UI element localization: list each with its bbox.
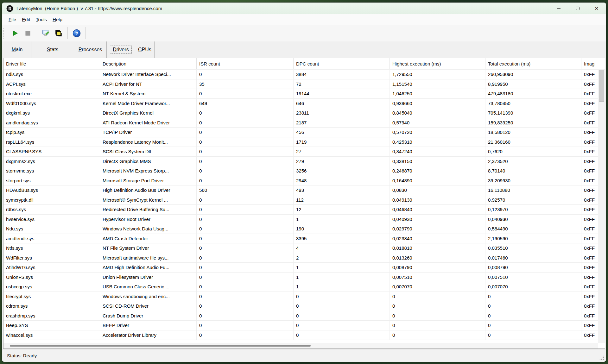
start-monitor-button[interactable]	[9, 27, 22, 40]
table-row[interactable]: tcpip.sys TCP/IP Driver 0 456 0,570720 1…	[3, 128, 605, 137]
cell-total-execution: 159,839250	[485, 118, 581, 128]
menu-item[interactable]: Help	[50, 16, 65, 23]
cell-driver-file: symcryptk.dll	[3, 195, 100, 205]
cell-driver-file: Wdf01000.sys	[3, 99, 100, 108]
table-row[interactable]: storport.sys Microsoft Storage Port Driv…	[3, 176, 605, 186]
cell-total-execution: 0,017460	[485, 253, 581, 263]
tab[interactable]: Drivers	[107, 41, 135, 58]
table-row[interactable]: Ndu.sys Windows Network Data Usag... 0 1…	[3, 224, 605, 234]
vertical-scrollbar-thumb[interactable]	[599, 70, 604, 102]
table-row[interactable]: filecrypt.sys Windows sandboxing and enc…	[3, 292, 605, 302]
cell-description: Accelerator Driver Library	[100, 330, 197, 340]
cell-total-execution: 0	[485, 301, 581, 311]
cell-highest-execution: 0,007510	[390, 273, 485, 282]
table-row[interactable]: amdfendr.sys AMD Crash Defender 0 3395 0…	[3, 234, 605, 244]
cell-description: Network Driver Interface Speci...	[100, 70, 197, 79]
cell-description: Microsoft Storage Port Driver	[100, 176, 197, 185]
tab[interactable]: Processes	[74, 41, 107, 58]
horizontal-scrollbar-thumb[interactable]	[10, 345, 311, 347]
table-row[interactable]: Beep.SYS BEEP Driver 0 0 0 0 0xFF	[3, 321, 605, 330]
cell-dpc-count: 23811	[294, 108, 390, 118]
cell-total-execution: 2,373520	[485, 157, 581, 166]
cell-description: AMD Crash Defender	[100, 234, 197, 243]
cell-isr-count: 0	[197, 243, 294, 253]
table-row[interactable]: ACPI.sys ACPI Driver for NT 35 72 1,1515…	[3, 79, 605, 89]
cell-total-execution: 0	[485, 311, 581, 321]
tab[interactable]: Stats	[31, 41, 74, 58]
table-row[interactable]: cdrom.sys SCSI CD-ROM Driver 0 0 0 0 0xF…	[3, 301, 605, 311]
table-row[interactable]: Wdf01000.sys Kernel Mode Driver Framewor…	[3, 99, 605, 109]
help-button[interactable]: ?	[70, 27, 83, 40]
toolbar-grip[interactable]	[3, 28, 4, 39]
cell-driver-file: usbccgp.sys	[3, 282, 100, 292]
minimize-button[interactable]	[549, 3, 568, 14]
cell-total-execution: 0	[485, 321, 581, 330]
table-row[interactable]: symcryptk.dll Microsoft® SymCrypt Kernel…	[3, 195, 605, 205]
column-header[interactable]: Driver file	[3, 58, 100, 69]
cell-description: SCSI Class System Dll	[100, 147, 197, 156]
table-row[interactable]: CLASSPNP.SYS SCSI Class System Dll 0 27 …	[3, 147, 605, 157]
column-header[interactable]: Description	[100, 58, 197, 69]
column-header[interactable]: DPC count	[294, 58, 390, 69]
copy-report-button[interactable]	[52, 27, 65, 40]
table-row[interactable]: stornvme.sys Microsoft NVM Express Storp…	[3, 166, 605, 176]
column-header[interactable]: ISR count	[197, 58, 294, 69]
cell-dpc-count: 646	[294, 99, 390, 108]
cell-isr-count: 0	[197, 137, 294, 147]
cell-highest-execution: 0,0830	[390, 185, 485, 195]
cell-isr-count: 0	[197, 301, 294, 311]
table-row[interactable]: dxgmms2.sys DirectX Graphics MMS 0 279 0…	[3, 157, 605, 166]
table-row[interactable]: rdbss.sys Redirected Drive Buffering Su.…	[3, 205, 605, 215]
cell-total-execution: 8,70140	[485, 166, 581, 176]
table-row[interactable]: WdFilter.sys Microsoft antimalware file …	[3, 253, 605, 263]
vertical-scrollbar[interactable]	[598, 70, 605, 343]
cell-description: Microsoft NVM Express Storp...	[100, 166, 197, 176]
cell-description: SCSI CD-ROM Driver	[100, 301, 197, 311]
table-row[interactable]: AtihdWT6.sys AMD High Definition Audio F…	[3, 263, 605, 273]
table-row[interactable]: amdkmdag.sys ATI Radeon Kernel Mode Driv…	[3, 118, 605, 128]
cell-total-execution: 0,007510	[485, 273, 581, 282]
copy-icon	[54, 29, 63, 37]
tab[interactable]: CPUs	[135, 41, 155, 58]
app-icon	[6, 5, 13, 12]
menu-item[interactable]: File	[6, 16, 19, 23]
table-row[interactable]: crashdmp.sys Crash Dump Driver 0 0 0 0 0…	[3, 311, 605, 321]
horizontal-scrollbar[interactable]	[3, 343, 598, 348]
cell-dpc-count: 1	[294, 282, 390, 292]
cell-driver-file: amdkmdag.sys	[3, 118, 100, 128]
maximize-button[interactable]	[568, 3, 587, 14]
table-row[interactable]: ndis.sys Network Driver Interface Speci.…	[3, 70, 605, 79]
menu-item[interactable]: Tools	[33, 16, 50, 23]
table-row[interactable]: rspLLL64.sys Resplendence Latency Monit.…	[3, 137, 605, 147]
column-header[interactable]: Highest execution (ms)	[390, 58, 485, 69]
title-bar: LatencyMon (Home Edition ) v 7.31 - http…	[2, 3, 606, 14]
cell-description: DirectX Graphics MMS	[100, 157, 197, 166]
cell-total-execution: 479,483180	[485, 89, 581, 98]
table-row[interactable]: ntoskrnl.exe NT Kernel & System 0 19144 …	[3, 89, 605, 99]
cell-total-execution: 0	[485, 292, 581, 301]
table-row[interactable]: dxgkrnl.sys DirectX Graphics Kernel 0 23…	[3, 108, 605, 118]
options-button[interactable]	[40, 27, 52, 40]
close-button[interactable]: ✕	[587, 3, 606, 14]
table-row[interactable]: winaccel.sys Accelerator Driver Library …	[3, 330, 605, 340]
table-row[interactable]: UnionFS.sys Union Filesystem Driver 0 1 …	[3, 273, 605, 282]
stop-monitor-button[interactable]	[22, 27, 34, 40]
column-header[interactable]: Imag	[581, 58, 605, 69]
cell-driver-file: CLASSPNP.SYS	[3, 147, 100, 156]
tab[interactable]: Main	[3, 41, 31, 58]
table-row[interactable]: usbccgp.sys USB Common Class Generic ...…	[3, 282, 605, 292]
cell-isr-count: 0	[197, 205, 294, 214]
cell-highest-execution: 0	[390, 330, 485, 340]
column-header[interactable]: Total execution (ms)	[485, 58, 581, 69]
cell-driver-file: Ntfs.sys	[3, 243, 100, 253]
table-row[interactable]: hvservice.sys Hypervisor Boot Driver 0 1…	[3, 215, 605, 224]
status-text: Status: Ready	[7, 353, 37, 358]
resize-grip-icon[interactable]	[599, 355, 604, 360]
table-row[interactable]: HDAudBus.sys High Definition Audio Bus D…	[3, 185, 605, 195]
window-controls: ✕	[549, 3, 606, 14]
play-icon	[12, 30, 18, 36]
table-row[interactable]: Ntfs.sys NT File System Driver 0 4 0,018…	[3, 243, 605, 253]
menu-item[interactable]: Edit	[19, 16, 33, 23]
cell-isr-count: 0	[197, 215, 294, 224]
cell-highest-execution: 0,845040	[390, 108, 485, 118]
